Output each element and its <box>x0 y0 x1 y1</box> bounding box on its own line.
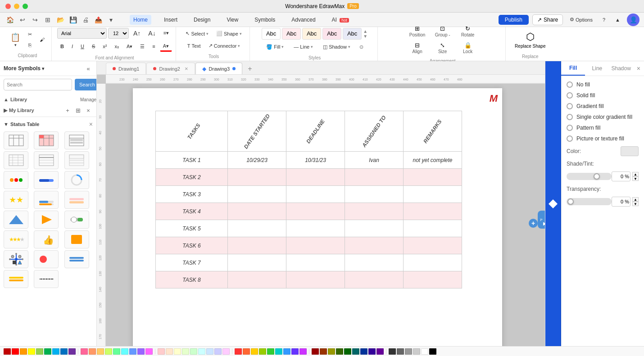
style-scroll-down-icon[interactable]: ▼ <box>363 34 367 39</box>
symbol-item-stars[interactable]: ★★★ <box>4 191 28 209</box>
menu-insert[interactable]: Insert <box>160 15 181 25</box>
symbol-item-toggle[interactable] <box>64 211 89 229</box>
solid-fill-radio[interactable] <box>567 92 573 99</box>
paste-button[interactable]: 📋 ▾ <box>7 31 23 49</box>
print-icon[interactable]: 🖨 <box>80 14 91 25</box>
palette-color-item[interactable] <box>328 348 335 355</box>
styles-scroll[interactable]: ▲ ▼ <box>363 29 367 39</box>
color-swatch[interactable] <box>621 146 639 156</box>
palette-color-item[interactable] <box>89 348 96 355</box>
format-painter-button[interactable]: 🖌 <box>36 35 48 44</box>
palette-color-item[interactable] <box>368 348 376 355</box>
category-close-icon[interactable]: × <box>89 121 93 128</box>
panel-collapse-button[interactable]: « <box>84 64 93 73</box>
palette-color-item[interactable] <box>36 348 43 355</box>
palette-color-item[interactable] <box>166 348 173 355</box>
options-button[interactable]: ⚙ Options <box>567 15 596 24</box>
text-button[interactable]: T Text <box>184 41 204 50</box>
menu-ai[interactable]: AI hot <box>328 15 353 25</box>
minimize-window-btn[interactable] <box>14 4 19 9</box>
right-tab-line[interactable]: Line <box>585 62 609 75</box>
picture-fill-radio[interactable] <box>567 135 573 142</box>
shade-tint-thumb[interactable] <box>594 173 600 180</box>
pattern-fill-option[interactable]: Pattern fill <box>567 125 639 131</box>
symbol-item-circle1[interactable] <box>64 171 89 189</box>
share-button[interactable]: ↗ Share <box>532 14 563 25</box>
symbol-item-circle2[interactable] <box>34 250 59 268</box>
style-swatch-4[interactable]: Abc <box>322 28 341 40</box>
palette-color-item[interactable] <box>405 348 412 355</box>
single-color-gradient-radio[interactable] <box>567 114 573 120</box>
symbol-item-bar1[interactable] <box>34 171 59 189</box>
menu-symbols[interactable]: Symbols <box>251 15 279 25</box>
single-color-gradient-option[interactable]: Single color gradient fill <box>567 114 639 120</box>
menu-advanced[interactable]: Advanced <box>288 15 319 25</box>
palette-color-item[interactable] <box>145 348 153 355</box>
number-list-button[interactable]: ≡ <box>149 42 158 51</box>
tab-drawing2[interactable]: Drawing2 × <box>146 63 195 74</box>
rotate-button[interactable]: ↻ Rotate <box>457 24 479 38</box>
right-tab-shadow[interactable]: Shadow <box>609 62 633 75</box>
close-library-button[interactable]: × <box>84 106 93 115</box>
shape-button[interactable]: ⬜ Shape ▾ <box>213 29 245 38</box>
palette-color-item[interactable] <box>421 348 428 355</box>
right-panel-icon[interactable] <box>545 61 561 346</box>
symbol-item-hbar2[interactable] <box>4 270 28 288</box>
palette-color-item[interactable] <box>352 348 359 355</box>
palette-color-item[interactable] <box>129 348 136 355</box>
symbol-item-table3[interactable] <box>64 131 89 149</box>
palette-color-item[interactable] <box>336 348 343 355</box>
transparency-value-input[interactable] <box>612 197 630 207</box>
palette-color-item[interactable] <box>413 348 420 355</box>
symbol-item-line1[interactable] <box>34 270 59 288</box>
palette-color-item[interactable] <box>222 348 230 355</box>
symbol-item-dot1[interactable] <box>4 171 28 189</box>
open-icon[interactable]: 📂 <box>55 14 66 25</box>
palette-color-item[interactable] <box>158 348 165 355</box>
picture-fill-option[interactable]: Picture or texture fill <box>567 135 639 142</box>
palette-color-item[interactable] <box>28 348 35 355</box>
pattern-fill-radio[interactable] <box>567 125 573 131</box>
save-icon[interactable]: 💾 <box>68 14 78 25</box>
font-decrease-button[interactable]: A↓ <box>145 28 159 39</box>
publish-button[interactable]: Publish <box>499 15 529 25</box>
collapse-button[interactable]: ▲ <box>612 15 623 24</box>
palette-color-item[interactable] <box>182 348 189 355</box>
cut-button[interactable]: ✂ <box>25 30 35 39</box>
tab-drawing1[interactable]: Drawing1 <box>106 63 146 74</box>
more-icon[interactable]: ▾ <box>105 14 116 25</box>
shade-value-input[interactable] <box>612 171 630 181</box>
font-color-button[interactable]: A▾ <box>160 41 172 52</box>
strikethrough-button[interactable]: S <box>89 42 98 51</box>
style-swatch-1[interactable]: Abc <box>262 28 281 40</box>
lock-button[interactable]: 🔒 Lock <box>457 41 479 55</box>
tab-close-drawing2[interactable]: × <box>185 65 188 72</box>
shade-tint-slider[interactable] <box>567 173 612 180</box>
home-icon[interactable]: 🏠 <box>5 14 15 25</box>
symbol-item-bar3[interactable] <box>64 191 89 209</box>
palette-color-item[interactable] <box>235 348 242 355</box>
palette-color-item[interactable] <box>320 348 327 355</box>
maximize-window-btn[interactable] <box>23 4 28 9</box>
palette-color-item[interactable] <box>52 348 59 355</box>
palette-color-item[interactable] <box>60 348 68 355</box>
symbol-item-hand[interactable]: 👍 <box>34 230 59 248</box>
bullet-list-button[interactable]: ☰ <box>137 42 148 51</box>
italic-button[interactable]: I <box>68 42 76 51</box>
library-manage-button[interactable]: Manage <box>84 95 93 104</box>
palette-color-item[interactable] <box>389 348 396 355</box>
connector-button[interactable]: ↗ Connector ▾ <box>205 41 244 50</box>
export-icon[interactable]: 📤 <box>93 14 104 25</box>
new-tab-icon[interactable]: ⊞ <box>42 14 53 25</box>
menu-home[interactable]: Home <box>130 15 151 25</box>
style-swatch-5[interactable]: Abc <box>343 28 362 40</box>
gradient-fill-option[interactable]: Gradient fill <box>567 103 639 109</box>
size-button[interactable]: ⤡ Size <box>431 41 454 55</box>
import-library-button[interactable]: ⊞ <box>73 106 82 115</box>
group-button[interactable]: ⊡ Group - <box>431 24 454 38</box>
right-panel-close-button[interactable]: × <box>633 61 644 76</box>
add-library-button[interactable]: + <box>63 106 72 115</box>
menu-design[interactable]: Design <box>190 15 214 25</box>
font-size-select[interactable]: 12 <box>108 28 129 39</box>
palette-color-item[interactable] <box>267 348 274 355</box>
